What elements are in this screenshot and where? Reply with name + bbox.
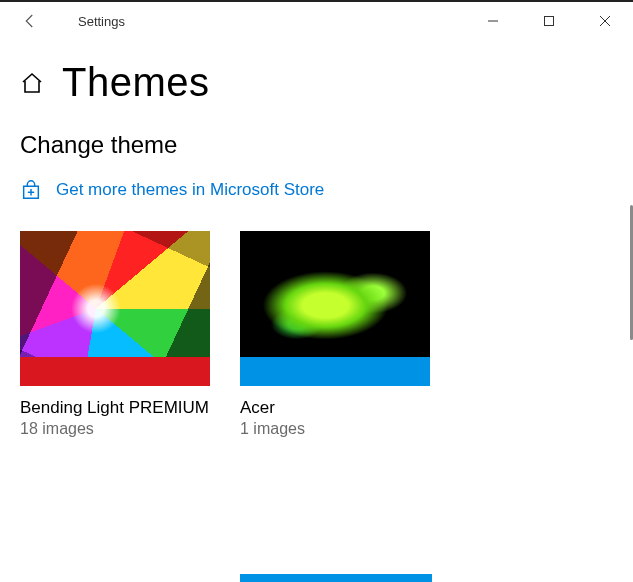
- home-icon: [20, 71, 44, 95]
- maximize-icon: [543, 15, 555, 27]
- theme-color-chip: [240, 357, 430, 386]
- close-button[interactable]: [577, 2, 633, 40]
- theme-thumbnail: [20, 231, 210, 386]
- back-button[interactable]: [0, 2, 60, 40]
- page-title: Themes: [62, 60, 210, 105]
- theme-card-bending-light[interactable]: Bending Light PREMIUM 18 images: [20, 231, 210, 438]
- theme-thumbnail: [240, 231, 430, 386]
- store-link-label: Get more themes in Microsoft Store: [56, 180, 324, 200]
- title-bar: Settings: [0, 0, 633, 40]
- app-title: Settings: [78, 14, 125, 29]
- maximize-button[interactable]: [521, 2, 577, 40]
- section-heading: Change theme: [20, 131, 613, 159]
- back-arrow-icon: [21, 12, 39, 30]
- window-controls: [465, 2, 633, 40]
- minimize-icon: [487, 15, 499, 27]
- theme-card-acer[interactable]: Acer 1 images: [240, 231, 430, 438]
- close-icon: [599, 15, 611, 27]
- home-button[interactable]: [18, 69, 46, 97]
- theme-name: Bending Light PREMIUM: [20, 398, 210, 418]
- theme-image-count: 1 images: [240, 420, 430, 438]
- theme-image-count: 18 images: [20, 420, 210, 438]
- theme-color-chip: [20, 357, 210, 386]
- content-area: Change theme Get more themes in Microsof…: [0, 123, 633, 575]
- themes-grid: Bending Light PREMIUM 18 images Acer 1 i…: [20, 231, 613, 438]
- svg-rect-1: [545, 17, 554, 26]
- minimize-button[interactable]: [465, 2, 521, 40]
- theme-name: Acer: [240, 398, 430, 418]
- page-header: Themes: [0, 40, 633, 123]
- store-bag-icon: [20, 179, 42, 201]
- partial-theme-chip: [240, 574, 432, 582]
- store-link[interactable]: Get more themes in Microsoft Store: [20, 179, 613, 201]
